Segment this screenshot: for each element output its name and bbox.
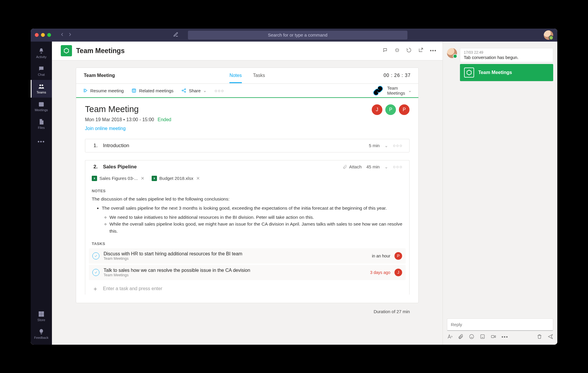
store-icon	[38, 311, 45, 317]
channel-header: Team Meetings •••	[52, 42, 443, 60]
attendee-avatar[interactable]: P	[385, 104, 396, 115]
task-row[interactable]: Discuss with HR to start hiring addition…	[89, 248, 406, 264]
expand-conversation-icon[interactable]	[383, 47, 388, 54]
agenda-more-icon[interactable]: ○○○	[393, 164, 403, 169]
sticker-icon[interactable]	[480, 334, 485, 341]
rail-label: Chat	[38, 73, 45, 76]
meeting-name: Team Meeting	[84, 73, 115, 78]
ellipsis-icon: •••	[38, 139, 45, 145]
agenda-duration: 5 min	[369, 143, 380, 148]
toolbar-overflow-icon[interactable]: ○○○	[214, 88, 224, 93]
attachment-row: x Sales Figures 03-... ✕ x Budget 2018.x…	[85, 173, 409, 185]
svg-rect-4	[42, 312, 44, 314]
agenda-item: 1. Introduction 5 min ⌄ ○○○	[85, 139, 410, 152]
meeting-scroll-area[interactable]: Team Meeting Notes Tasks 00 : 26 : 37 Re…	[52, 60, 443, 345]
forward-button[interactable]	[68, 32, 72, 38]
task-assignee-avatar[interactable]: J	[394, 269, 402, 276]
close-window-icon[interactable]	[35, 33, 39, 37]
popout-icon[interactable]	[418, 47, 423, 54]
file-attachment[interactable]: x Sales Figures 03-... ✕	[92, 176, 145, 181]
chat-icon	[38, 65, 45, 72]
more-options-icon[interactable]: •••	[430, 48, 437, 53]
attach-button[interactable]: Attach	[343, 164, 362, 169]
task-project: Team Meetings	[104, 273, 366, 277]
svg-rect-12	[481, 335, 484, 339]
format-icon[interactable]	[447, 334, 453, 341]
remove-attachment-icon[interactable]: ✕	[196, 176, 200, 181]
history-navigation	[60, 32, 72, 38]
share-icon	[181, 88, 186, 93]
resume-meeting-button[interactable]: Resume meeting	[83, 88, 124, 93]
agenda-more-icon[interactable]: ○○○	[393, 143, 403, 148]
meeting-title: Team Meeting	[85, 104, 171, 114]
attach-icon[interactable]	[458, 334, 463, 341]
back-button[interactable]	[60, 32, 65, 38]
delete-icon[interactable]	[537, 334, 542, 341]
agenda-number: 2.	[92, 164, 98, 170]
rail-more[interactable]: •••	[31, 133, 52, 151]
task-complete-toggle[interactable]	[92, 269, 99, 276]
new-message-icon[interactable]	[173, 32, 178, 38]
chevron-down-icon[interactable]: ⌄	[384, 143, 388, 148]
task-title: Discuss with HR to start hiring addition…	[104, 251, 368, 257]
svg-rect-5	[39, 314, 41, 316]
rail-teams[interactable]: Teams	[31, 80, 52, 98]
search-input[interactable]: Search for or type a command	[188, 31, 407, 40]
rail-chat[interactable]: Chat	[31, 62, 52, 80]
tab-tasks[interactable]: Tasks	[253, 73, 265, 83]
task-row[interactable]: Talk to sales how we can resolve the pos…	[89, 265, 406, 280]
meeting-timer: 00 : 26 : 37	[384, 73, 411, 78]
svg-rect-3	[39, 312, 41, 314]
meeting-toolbar: Resume meeting Related meetings Share ⌄	[76, 84, 418, 98]
send-icon[interactable]	[548, 334, 553, 341]
meet-now-icon[interactable]	[491, 334, 496, 341]
agenda-title[interactable]: Sales Pipeline	[103, 164, 137, 170]
message-avatar[interactable]	[447, 48, 457, 58]
link-icon	[372, 85, 384, 97]
attendee-avatar[interactable]: P	[399, 104, 410, 115]
rail-files[interactable]: Files	[31, 115, 52, 133]
task-assignee-avatar[interactable]: P	[394, 252, 402, 260]
file-icon	[38, 119, 45, 125]
calendar-swap-icon	[131, 88, 137, 93]
notes-content[interactable]: The discussion of the sales pipeline led…	[85, 195, 409, 234]
total-duration: Duration of 27 min	[76, 305, 419, 314]
task-complete-toggle[interactable]	[92, 252, 99, 259]
message-bubble: 17/03 22:49 Tab conversation has begun.	[460, 48, 553, 62]
current-user-avatar[interactable]	[544, 30, 553, 40]
agenda-number: 1.	[92, 143, 98, 149]
plus-icon: ＋	[92, 285, 99, 293]
rail-activity[interactable]: Activity	[31, 45, 52, 62]
file-attachment[interactable]: x Budget 2018.xlsx ✕	[152, 176, 200, 181]
rail-feedback[interactable]: Feedback	[31, 327, 52, 345]
remove-attachment-icon[interactable]: ✕	[141, 176, 145, 181]
attendee-avatar[interactable]: J	[372, 104, 382, 115]
tab-card[interactable]: Team Meetings	[460, 64, 553, 81]
channel-logo	[61, 45, 72, 56]
app-window: Search for or type a command Activity Ch…	[31, 29, 557, 345]
reply-input[interactable]	[447, 318, 553, 331]
conversation-scroll[interactable]: 17/03 22:49 Tab conversation has begun. …	[443, 42, 557, 316]
rail-label: Teams	[37, 91, 46, 94]
rail-store[interactable]: Store	[31, 309, 52, 327]
chevron-down-icon: ⌄	[203, 88, 207, 93]
add-task-input[interactable]: ＋ Enter a task and press enter	[85, 280, 409, 295]
fullscreen-window-icon[interactable]	[47, 33, 51, 37]
notes-section-label: NOTES	[92, 189, 403, 193]
share-button[interactable]: Share ⌄	[181, 88, 207, 93]
tab-card-title: Team Meetings	[478, 70, 512, 75]
chevron-down-icon[interactable]: ⌄	[384, 164, 388, 170]
emoji-icon[interactable]	[469, 334, 474, 341]
rail-meetings[interactable]: Meetings	[31, 98, 52, 115]
agenda-title[interactable]: Introduction	[103, 143, 129, 149]
minimize-window-icon[interactable]	[41, 33, 45, 37]
related-meetings-button[interactable]: Related meetings	[131, 88, 173, 93]
task-title: Talk to sales how we can resolve the pos…	[104, 268, 366, 273]
join-online-meeting-link[interactable]: Join online meeting	[85, 126, 171, 131]
collapse-icon[interactable]	[394, 47, 400, 54]
tab-notes[interactable]: Notes	[230, 73, 242, 83]
compose-more-icon[interactable]: •••	[502, 334, 508, 340]
breadcrumb-link[interactable]: Team Meetings	[387, 86, 405, 96]
window-controls	[35, 33, 51, 37]
refresh-icon[interactable]	[406, 47, 412, 54]
